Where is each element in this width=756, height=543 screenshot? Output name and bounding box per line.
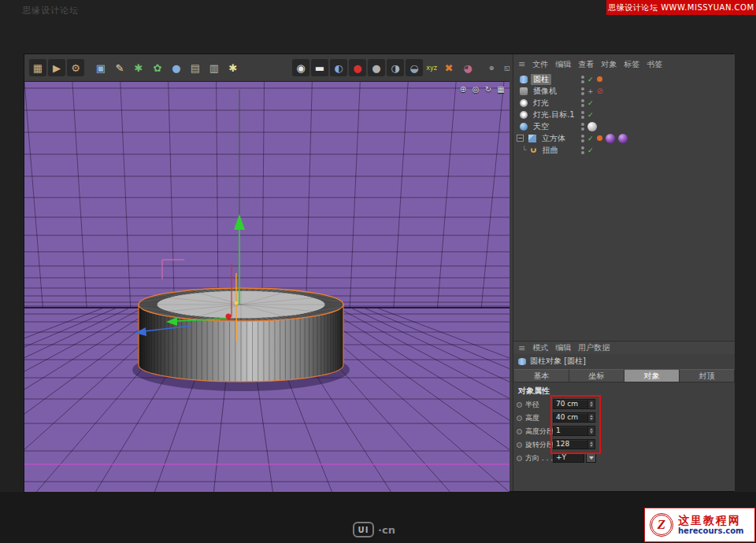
material-thumbnail[interactable] xyxy=(587,122,597,131)
enabled-check-icon[interactable] xyxy=(587,135,594,142)
viewport-nav-bar: ⊕◎↻▦ xyxy=(458,84,506,94)
menu-view[interactable]: 查看 xyxy=(578,59,594,70)
object-label[interactable]: 灯光.目标.1 xyxy=(531,109,577,120)
object-label[interactable]: 灯光 xyxy=(531,98,551,109)
section-object-properties: 对象属性 xyxy=(518,386,550,397)
menu-file[interactable]: 文件 xyxy=(532,59,548,70)
pan-view-icon[interactable]: ⊕ xyxy=(484,59,498,76)
spinner-icon[interactable] xyxy=(587,427,595,435)
floor-icon[interactable]: ▤ xyxy=(187,59,204,76)
spinner-icon[interactable] xyxy=(587,400,595,408)
object-row-sky[interactable]: 天空 xyxy=(515,120,733,132)
tabs-divider xyxy=(513,382,735,382)
keyframe-bullet[interactable] xyxy=(517,429,522,434)
tab-object[interactable]: 对象 xyxy=(624,369,680,382)
target-display-icon[interactable]: ◉ xyxy=(292,59,309,76)
sphere-display-icon-2[interactable]: ◑ xyxy=(387,59,404,76)
toggle-views-icon[interactable]: ▦ xyxy=(496,84,506,94)
orientation-select[interactable]: +Y xyxy=(553,452,584,463)
object-row-cylinder[interactable]: 圆柱 xyxy=(515,73,733,85)
radius-input[interactable]: 70 cm xyxy=(553,399,595,409)
selection-tag-icon[interactable] xyxy=(597,76,602,82)
attribute-title: 圆柱对象 [圆柱] xyxy=(530,356,586,367)
keyframe-bullet[interactable] xyxy=(517,416,522,421)
object-row-camera[interactable]: 摄像机 xyxy=(515,85,733,97)
array-icon[interactable]: ✿ xyxy=(149,59,166,76)
object-row-light-target[interactable]: 灯光.目标.1 xyxy=(515,109,733,120)
rotate-view-icon[interactable]: ↻ xyxy=(484,84,493,94)
material-thumbnail[interactable] xyxy=(618,134,628,143)
height-segments-input[interactable]: 1 xyxy=(553,426,595,436)
menu-tags[interactable]: 标签 xyxy=(624,59,639,70)
render-settings-icon[interactable]: ⚙ xyxy=(67,59,84,76)
pen-spline-icon[interactable]: ✎ xyxy=(111,59,128,76)
record-display-icon[interactable]: ● xyxy=(349,59,366,76)
enabled-check-icon[interactable] xyxy=(587,76,594,83)
xyz-lock-icon[interactable]: xyz xyxy=(424,59,439,76)
camera-icon[interactable]: ▥ xyxy=(206,59,223,76)
height-input[interactable]: 40 cm xyxy=(553,412,595,423)
enabled-check-icon[interactable] xyxy=(587,146,594,154)
menu-mode[interactable]: 模式 xyxy=(532,342,548,353)
spinner-icon[interactable] xyxy=(587,440,595,449)
object-label[interactable]: 天空 xyxy=(531,121,551,132)
keyframe-bullet[interactable] xyxy=(517,442,522,448)
cloner-icon[interactable]: ✱ xyxy=(130,59,147,76)
menu-edit[interactable]: 编辑 xyxy=(555,342,571,353)
viewport[interactable]: ⊕◎↻▦ xyxy=(24,81,510,493)
object-row-bend[interactable]: 扭曲 xyxy=(515,144,733,156)
capsule-display-icon[interactable]: ▬ xyxy=(311,59,328,76)
hamburger-icon[interactable] xyxy=(518,344,525,353)
visibility-dots-icon[interactable] xyxy=(581,123,584,131)
enabled-check-icon[interactable] xyxy=(587,99,594,107)
light-object-icon xyxy=(520,99,528,107)
site-url: herecours.com xyxy=(678,526,743,536)
visibility-dots-icon[interactable] xyxy=(581,111,584,119)
viewport-canvas[interactable] xyxy=(24,82,510,493)
spinner-icon[interactable] xyxy=(587,413,595,422)
render-view-icon[interactable]: ▦ xyxy=(29,59,46,76)
bend-deformer-icon xyxy=(531,147,536,153)
keyframe-bullet[interactable] xyxy=(517,402,522,408)
menu-object[interactable]: 对象 xyxy=(601,59,617,70)
axis-lock-icon[interactable]: ✖ xyxy=(440,59,458,76)
menu-bookmarks[interactable]: 书签 xyxy=(647,59,662,70)
hamburger-icon[interactable] xyxy=(518,60,525,68)
object-row-light[interactable]: 灯光 xyxy=(515,97,733,109)
render-picture-viewer-icon[interactable]: ▶ xyxy=(48,59,65,76)
phong-tag-icon[interactable] xyxy=(597,135,602,141)
target-tag-icon[interactable] xyxy=(587,87,594,95)
object-row-cube[interactable]: 立方体 xyxy=(515,132,733,144)
object-label[interactable]: 摄像机 xyxy=(531,86,559,97)
menu-user-data[interactable]: 用户数据 xyxy=(578,342,610,353)
sphere-display-icon-3[interactable]: ◒ xyxy=(406,59,423,76)
orientation-dropdown-button[interactable] xyxy=(586,452,596,463)
pan-icon[interactable]: ⊕ xyxy=(458,84,468,94)
tab-caps[interactable]: 封顶 xyxy=(680,369,735,382)
protection-tag-icon[interactable] xyxy=(597,87,603,95)
rotation-segments-input[interactable]: 128 xyxy=(553,439,595,449)
material-thumbnail[interactable] xyxy=(606,134,615,143)
sphere-display-icon-1[interactable]: ● xyxy=(368,59,385,76)
halfsphere-display-icon[interactable]: ◐ xyxy=(330,59,347,76)
enabled-check-icon[interactable] xyxy=(587,111,594,119)
world-axis-icon[interactable]: ◕ xyxy=(459,59,476,76)
collapse-expander-icon[interactable] xyxy=(517,135,524,142)
field-rotation-segments: 旋转分段 128 xyxy=(513,438,735,451)
tab-coord[interactable]: 坐标 xyxy=(569,369,624,382)
light-icon[interactable]: ✱ xyxy=(224,59,242,76)
visibility-dots-icon[interactable] xyxy=(581,76,584,83)
visibility-dots-icon[interactable] xyxy=(581,99,584,107)
visibility-dots-icon[interactable] xyxy=(581,87,584,95)
menu-edit[interactable]: 编辑 xyxy=(555,59,571,70)
object-label[interactable]: 立方体 xyxy=(539,133,568,144)
zoom-icon[interactable]: ◎ xyxy=(471,84,480,94)
visibility-dots-icon[interactable] xyxy=(581,135,584,142)
tab-basic[interactable]: 基本 xyxy=(514,369,569,382)
visibility-dots-icon[interactable] xyxy=(581,146,584,154)
cube-primitive-icon[interactable]: ▣ xyxy=(92,59,109,76)
keyframe-bullet[interactable] xyxy=(517,456,522,461)
object-label[interactable]: 圆柱 xyxy=(531,74,551,85)
metaball-icon[interactable]: ● xyxy=(168,59,185,76)
object-label[interactable]: 扭曲 xyxy=(539,145,560,156)
